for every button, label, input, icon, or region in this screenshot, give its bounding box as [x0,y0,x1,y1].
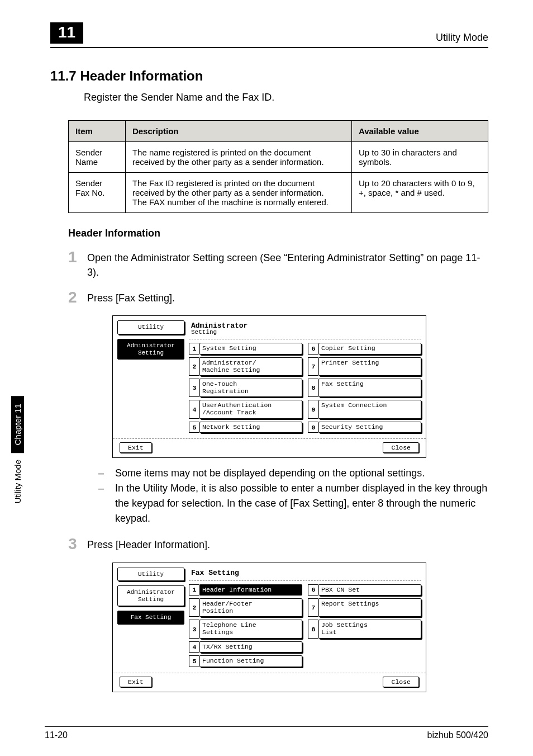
th-item: Item [69,121,126,142]
chapter-badge: 11 [50,22,83,44]
page: 11 Utility Mode 11.7 Header Information … [0,0,533,756]
menu-report-settings[interactable]: 7Report Settings [308,598,421,617]
menu-fax-setting[interactable]: 8Fax Setting [308,379,421,397]
page-number: 11-20 [45,730,68,740]
cell-desc: The Fax ID registered is printed on the … [125,173,351,213]
panel1-wrap: Utility Administrator Setting Administra… [50,315,488,458]
notes: –Some items may not be displayed dependi… [98,466,488,526]
info-table: Item Description Available value Sender … [68,120,488,213]
step-3: 3 Press [Header Information]. [68,537,488,552]
note-1: Some items may not be displayed dependin… [115,466,425,481]
menu-header-footer-pos[interactable]: 2Header/Footer Position [189,598,302,617]
menu-security-setting[interactable]: 0Security Setting [308,422,421,433]
step-1: 1 Open the Administrator Setting screen … [68,251,488,280]
page-footer: 11-20 bizhub 500/420 [45,726,488,740]
panel-title: Administrator Setting [189,320,421,339]
admin-setting-button[interactable]: Administrator Setting [117,339,184,360]
menu-printer-setting[interactable]: 7Printer Setting [308,357,421,376]
product-name: bizhub 500/420 [427,730,488,740]
section-intro: Register the Sender Name and the Fax ID. [84,92,488,103]
menu-one-touch[interactable]: 3One-Touch Registration [189,379,302,397]
menu-admin-machine[interactable]: 2Administrator/ Machine Setting [189,357,302,376]
table-row: Sender Fax No. The Fax ID registered is … [69,173,488,213]
step-text: Press [Fax Setting]. [87,291,175,305]
fax-setting-button[interactable]: Fax Setting [117,611,184,625]
sub-heading: Header Information [68,228,488,239]
topbar: 11 Utility Mode [50,22,488,48]
step-text: Open the Administrator Setting screen (S… [87,251,488,280]
panel2-wrap: Utility Administrator Setting Fax Settin… [50,563,488,692]
panel-title: Fax Setting [189,568,421,581]
menu-job-settings-list[interactable]: 8Job Settings List [308,620,421,638]
table-row: Sender Name The name registered is print… [69,142,488,173]
step-number: 3 [68,536,87,552]
step-2: 2 Press [Fax Setting]. [68,291,488,305]
fax-setting-panel: Utility Administrator Setting Fax Settin… [112,563,426,692]
menu-pbx-cn-set[interactable]: 6PBX CN Set [308,584,421,596]
exit-button[interactable]: Exit [120,442,152,453]
step-number: 2 [68,290,87,305]
exit-button[interactable]: Exit [120,677,152,687]
running-head: Utility Mode [436,32,488,44]
menu-system-setting[interactable]: 1System Setting [189,343,302,355]
menu-copier-setting[interactable]: 6Copier Setting [308,343,421,355]
menu-user-auth[interactable]: 4UserAuthentication /Account Track [189,400,302,418]
admin-setting-panel: Utility Administrator Setting Administra… [112,315,426,458]
step-number: 1 [68,249,87,265]
utility-button[interactable]: Utility [117,568,184,582]
side-tab-chapter: Chapter 11 [11,396,24,453]
menu-function-setting[interactable]: 5Function Setting [189,655,302,667]
cell-desc: The name registered is printed on the do… [125,142,351,173]
side-tab-title: Utility Mode [11,453,24,510]
cell-avail: Up to 20 characters with 0 to 9, +, spac… [351,173,488,213]
close-button[interactable]: Close [383,442,419,453]
close-button[interactable]: Close [383,677,419,687]
section-heading: 11.7 Header Information [50,68,488,84]
admin-setting-button[interactable]: Administrator Setting [117,585,184,606]
utility-button[interactable]: Utility [117,320,184,334]
menu-tel-line-settings[interactable]: 3Telephone Line Settings [189,620,302,638]
menu-txrx-setting[interactable]: 4TX/RX Setting [189,641,302,653]
note-2: In the Utility Mode, it is also possible… [115,481,488,526]
menu-network-setting[interactable]: 5Network Setting [189,422,302,433]
step-text: Press [Header Information]. [87,537,210,552]
th-description: Description [125,121,351,142]
menu-system-connection[interactable]: 9System Connection [308,400,421,418]
cell-item: Sender Fax No. [69,173,126,213]
th-avail: Available value [351,121,488,142]
cell-avail: Up to 30 in characters and symbols. [351,142,488,173]
cell-item: Sender Name [69,142,126,173]
side-tab: Chapter 11 Utility Mode [8,380,27,526]
menu-header-info[interactable]: 1Header Information [189,584,302,596]
